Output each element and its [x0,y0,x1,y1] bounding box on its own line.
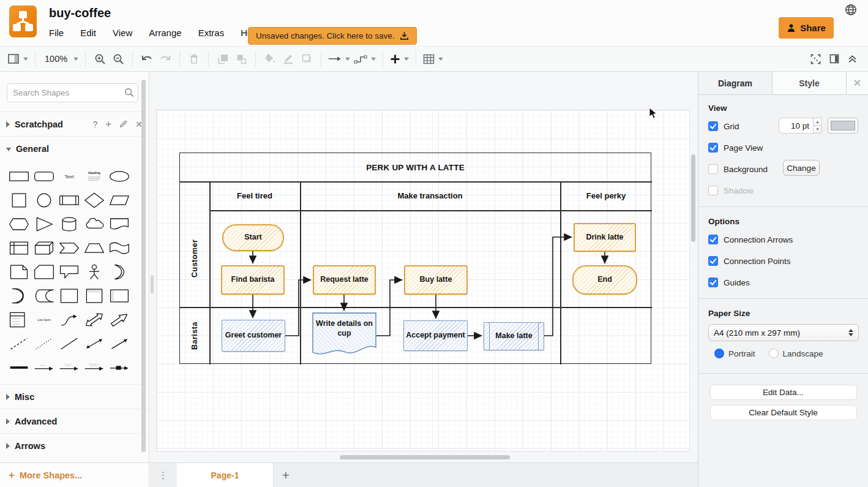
node-make-latte[interactable]: Make latte [484,322,544,350]
node-end[interactable]: End [572,265,637,295]
shape-document[interactable] [107,212,132,236]
shape-cube[interactable] [31,236,56,260]
grid-checkbox[interactable] [708,121,718,131]
shape-container[interactable] [56,284,81,308]
collapse-toolbar-button[interactable] [848,55,857,63]
guides-checkbox[interactable] [708,277,718,287]
shape-cloud[interactable] [81,212,107,236]
zoom-level-button[interactable]: 100% [40,50,80,68]
to-back-button[interactable] [232,50,250,68]
misc-section[interactable]: Misc [0,384,149,409]
shape-diamond[interactable] [81,188,107,212]
shape-link[interactable] [6,355,31,379]
fill-color-button[interactable] [261,50,279,68]
menu-view[interactable]: View [113,28,132,38]
shape-heading[interactable]: Heading [81,164,107,188]
column-feel-tired[interactable]: Feel tired [209,181,300,210]
column-make-transaction[interactable]: Make transaction [300,181,560,210]
node-request-latte[interactable]: Request latte [313,265,376,295]
shape-labeled-arrow[interactable] [31,355,56,379]
connection-arrows-checkbox[interactable] [708,235,718,244]
shape-list[interactable] [6,308,31,331]
table-button[interactable] [421,50,445,68]
zoom-in-button[interactable] [91,50,109,68]
background-checkbox[interactable] [708,164,718,174]
shadow-button[interactable] [297,50,316,68]
waypoint-style-button[interactable] [352,50,378,68]
node-accept-payment[interactable]: Accept payment [403,320,468,351]
shape-curve[interactable] [56,308,81,331]
delete-button[interactable] [185,50,203,68]
canvas-vertical-scrollbar[interactable] [691,154,695,242]
shape-circle[interactable] [31,188,56,212]
node-buy-latte[interactable]: Buy latte [404,265,468,295]
shape-internal-storage[interactable] [6,236,31,260]
advanced-section[interactable]: Advanced [0,409,149,433]
shape-directional-connector[interactable] [107,331,132,355]
shape-process[interactable] [56,188,81,212]
shape-labeled-arrow-box[interactable] [107,355,132,379]
shape-square[interactable] [6,188,31,212]
menu-arrange[interactable]: Arrange [149,28,181,38]
diagram-page[interactable]: PERK UP WITH A LATTE Feel tired Make tra… [157,110,689,451]
shape-step[interactable] [56,236,81,260]
language-globe-icon[interactable] [845,4,857,16]
scratchpad-edit-icon[interactable] [119,120,127,128]
node-start[interactable]: Start [222,224,284,251]
scratchpad-help-icon[interactable]: ? [93,119,98,129]
menu-extras[interactable]: Extras [198,28,225,38]
menu-file[interactable]: File [49,28,64,38]
node-drink-latte[interactable]: Drink latte [574,223,636,252]
menu-edit[interactable]: Edit [80,28,96,38]
line-color-button[interactable] [279,50,297,68]
close-panel-icon[interactable]: ✕ [846,72,868,94]
tab-diagram[interactable]: Diagram [698,72,772,94]
scratchpad-section[interactable]: Scratchpad ? + ✕ [0,111,149,136]
page-view-button[interactable] [6,50,30,68]
to-front-button[interactable] [214,50,232,68]
connection-style-button[interactable] [326,50,352,68]
shape-card[interactable] [31,260,56,284]
change-background-button[interactable]: Change [783,160,820,176]
shape-labeled-arrow-2[interactable] [56,355,81,379]
shape-callout[interactable] [56,260,81,284]
shape-hexagon[interactable] [6,212,31,236]
lane-customer[interactable]: Customer [180,210,209,307]
drawing-canvas[interactable]: PERK UP WITH A LATTE Feel tired Make tra… [150,72,698,462]
tab-style[interactable]: Style [772,72,846,94]
shape-rectangle[interactable] [6,164,31,188]
shape-line[interactable] [56,331,81,355]
shape-parallelogram[interactable] [107,188,132,212]
landscape-radio[interactable]: Landscape [769,349,823,358]
grid-color-swatch[interactable] [828,118,858,134]
shape-or[interactable] [107,260,132,284]
shape-bidirectional-arrow[interactable] [81,308,107,331]
format-panel-toggle-button[interactable] [829,54,839,64]
lane-barista[interactable]: Barista [180,307,209,364]
shape-dotted-line[interactable] [31,331,56,355]
portrait-radio[interactable]: Portrait [714,349,755,358]
insert-button[interactable] [388,50,411,68]
shape-arrow[interactable] [107,308,132,331]
shape-tape[interactable] [107,236,132,260]
search-shapes-input[interactable] [7,83,138,102]
shape-note[interactable] [6,260,31,284]
shape-dashed-line[interactable] [6,331,31,355]
pages-menu-button[interactable]: ⋮ [150,463,177,487]
column-feel-perky[interactable]: Feel perky [560,181,652,210]
general-section[interactable]: General [0,136,149,160]
redo-button[interactable] [156,50,174,68]
arrows-section[interactable]: Arrows [0,433,149,458]
shape-horizontal-container[interactable] [107,284,132,308]
share-button[interactable]: Share [779,17,834,39]
shape-rounded-rectangle[interactable] [31,164,56,188]
shape-vertical-container[interactable] [81,284,107,308]
grid-size-input[interactable] [779,118,814,134]
add-page-button[interactable]: + [274,463,298,487]
node-write-details[interactable]: Write details on cup [312,312,376,359]
grid-size-stepper[interactable]: ▲▼ [814,118,822,134]
shape-data-storage[interactable] [31,284,56,308]
edit-data-button[interactable]: Edit Data... [710,385,857,400]
shape-labeled-arrow-3[interactable] [81,355,107,379]
shape-triangle[interactable] [31,212,56,236]
